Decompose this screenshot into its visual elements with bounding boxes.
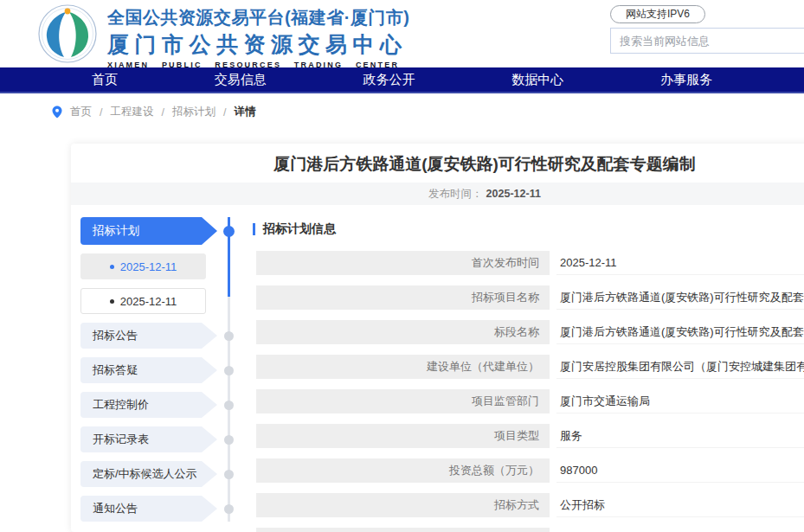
field-label: 招标项目名称 xyxy=(256,285,550,310)
timeline-dot xyxy=(224,366,234,375)
section-header: 招标计划信息 xyxy=(253,221,804,238)
timeline-dot xyxy=(224,470,234,479)
breadcrumb-separator: / xyxy=(100,106,102,119)
field-row-section-name: 标段名称 厦门港后方铁路通道(厦安铁路)可行性研究及配套专题编制 xyxy=(253,320,804,344)
field-label: 标段名称 xyxy=(256,320,550,344)
field-value: 厦门港后方铁路通道(厦安铁路)可行性研究及配套专题编制 xyxy=(556,320,804,344)
timeline-dot xyxy=(224,401,234,410)
bullet-icon xyxy=(110,265,114,269)
ipv6-support-button[interactable]: 网站支持IPV6 xyxy=(610,5,705,23)
field-row-supervision-department: 项目监管部门 厦门市交通运输局 xyxy=(253,389,804,413)
nav-item-data-center[interactable]: 数据中心 xyxy=(511,72,563,88)
detail-card: 厦门港后方铁路通道(厦安铁路)可行性研究及配套专题编制 发布时间： 2025-1… xyxy=(71,144,804,532)
publish-date-label: 发布时间： xyxy=(428,187,483,202)
page-title: 厦门港后方铁路通道(厦安铁路)可行性研究及配套专题编制 xyxy=(71,153,804,176)
sidebar-item-notice[interactable]: 通知公告 xyxy=(80,496,217,522)
nav-item-trade-info[interactable]: 交易信息 xyxy=(215,72,267,88)
field-row-project-name: 招标项目名称 厦门港后方铁路通道(厦安铁路)可行性研究及配套专题编制 xyxy=(253,285,804,310)
bid-plan-info-panel: 招标计划信息 首次发布时间 2025-12-11 招标项目名称 厦门港后方铁路通… xyxy=(253,221,804,532)
field-value xyxy=(556,528,804,532)
sidebar: 招标计划 2025-12-11 2025-12-11 招标公告 招标答疑 工程控… xyxy=(80,217,229,522)
breadcrumb-item-bid-plan[interactable]: 招标计划 xyxy=(172,105,215,119)
field-label: 项目监管部门 xyxy=(256,389,550,413)
breadcrumb-item-construction[interactable]: 工程建设 xyxy=(110,105,153,119)
field-value: 2025-12-11 xyxy=(556,251,804,275)
field-label: 招标方式 xyxy=(256,493,550,517)
field-row-project-type: 项目类型 服务 xyxy=(253,424,804,448)
breadcrumb-item-detail: 详情 xyxy=(234,105,255,119)
search-input[interactable] xyxy=(610,28,804,54)
sidebar-date-label: 2025-12-11 xyxy=(120,260,177,273)
sidebar-item-winner-publicity[interactable]: 定标/中标候选人公示 xyxy=(80,461,217,487)
sidebar-item-bid-opening-record[interactable]: 开标记录表 xyxy=(80,426,217,452)
field-label: 建设单位（代建单位） xyxy=(256,355,550,379)
timeline-dot xyxy=(224,331,234,341)
sidebar-item-bid-plan[interactable]: 招标计划 xyxy=(80,217,217,245)
nav-item-home[interactable]: 首页 xyxy=(92,72,118,88)
nav-item-gov-public[interactable]: 政务公开 xyxy=(363,72,415,88)
field-value: 公开招标 xyxy=(556,493,804,517)
site-header: 全国公共资源交易平台(福建省·厦门市) 厦门市公共资源交易中心 XIAMEN P… xyxy=(0,0,804,67)
field-label: 投资总额（万元） xyxy=(256,458,550,483)
sidebar-item-project-control-price[interactable]: 工程控制价 xyxy=(80,392,217,418)
sidebar-date-item[interactable]: 2025-12-11 xyxy=(80,288,206,314)
site-title-cn-center: 厦门市公共资源交易中心 xyxy=(107,30,406,59)
sidebar-date-item-selected[interactable]: 2025-12-11 xyxy=(80,253,206,279)
main-nav: 首页 交易信息 政务公开 数据中心 办事服务 xyxy=(0,67,804,93)
field-label: 项目类型 xyxy=(256,424,550,448)
field-row-partial xyxy=(253,528,804,532)
field-row-first-publish-time: 首次发布时间 2025-12-11 xyxy=(253,251,804,275)
nav-item-services[interactable]: 办事服务 xyxy=(660,72,712,88)
field-row-bid-method: 招标方式 公开招标 xyxy=(253,493,804,517)
breadcrumb: 首页 / 工程建设 / 招标计划 / 详情 xyxy=(52,105,255,119)
field-value: 服务 xyxy=(556,424,804,448)
section-title: 招标计划信息 xyxy=(263,221,336,237)
section-accent-bar xyxy=(253,223,255,235)
timeline-dot xyxy=(224,504,234,514)
field-value: 厦门港后方铁路通道(厦安铁路)可行性研究及配套专题编制 xyxy=(556,285,804,310)
sidebar-item-bid-qa[interactable]: 招标答疑 xyxy=(80,357,217,383)
field-value: 厦门安居控股集团有限公司（厦门安控城建集团有限公司） xyxy=(556,355,804,379)
timeline-dot-active xyxy=(223,226,235,237)
field-rows: 首次发布时间 2025-12-11 招标项目名称 厦门港后方铁路通道(厦安铁路)… xyxy=(253,251,804,532)
publish-date-bar: 发布时间： 2025-12-11 xyxy=(71,183,804,205)
sidebar-item-bid-announcement[interactable]: 招标公告 xyxy=(80,323,217,349)
sidebar-date-label: 2025-12-11 xyxy=(120,295,177,308)
publish-date-value: 2025-12-11 xyxy=(486,188,541,200)
field-label xyxy=(256,528,550,532)
location-pin-icon xyxy=(52,106,62,119)
timeline-dot xyxy=(224,435,234,445)
field-value: 厦门市交通运输局 xyxy=(556,389,804,413)
site-title-cn-platform: 全国公共资源交易平台(福建省·厦门市) xyxy=(107,6,406,29)
field-row-total-investment: 投资总额（万元） 987000 xyxy=(253,458,804,483)
breadcrumb-separator: / xyxy=(161,106,164,119)
field-value: 987000 xyxy=(556,458,804,483)
page: 全国公共资源交易平台(福建省·厦门市) 厦门市公共资源交易中心 XIAMEN P… xyxy=(0,0,804,532)
breadcrumb-separator: / xyxy=(223,106,226,119)
field-row-construction-unit: 建设单位（代建单位） 厦门安居控股集团有限公司（厦门安控城建集团有限公司） xyxy=(253,355,804,379)
breadcrumb-item-home[interactable]: 首页 xyxy=(70,105,92,119)
site-logo-icon xyxy=(38,4,97,63)
field-label: 首次发布时间 xyxy=(256,251,550,275)
bullet-icon xyxy=(110,299,114,304)
site-brand: 全国公共资源交易平台(福建省·厦门市) 厦门市公共资源交易中心 XIAMEN P… xyxy=(107,6,406,69)
